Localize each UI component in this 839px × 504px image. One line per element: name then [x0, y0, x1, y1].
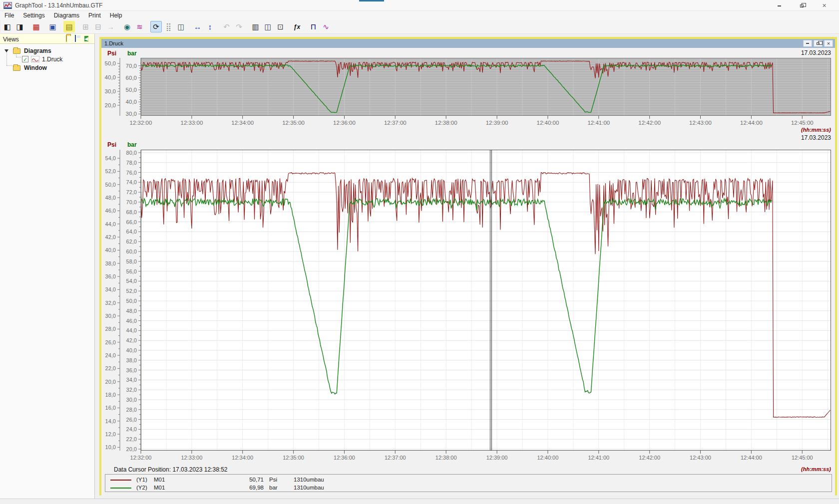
svg-text:40,0: 40,0	[105, 247, 116, 253]
app-close-button[interactable]: ×	[813, 0, 836, 11]
stretch-y-icon[interactable]: ↕	[204, 21, 216, 32]
svg-text:70,0: 70,0	[126, 63, 137, 69]
svg-text:36,0: 36,0	[105, 273, 116, 279]
svg-text:12:42:00: 12:42:00	[638, 120, 661, 126]
doc-restore-button[interactable]	[814, 40, 823, 47]
legend-channel: M01	[154, 485, 165, 491]
svg-text:32,0: 32,0	[105, 300, 116, 306]
svg-text:12:41:00: 12:41:00	[587, 120, 610, 126]
app-titlebar: GraphTool - 13.14nhUmbau.GTF ×	[0, 0, 839, 11]
tree-connector	[16, 57, 21, 57]
svg-text:38,0: 38,0	[126, 357, 137, 363]
stretch-x-icon[interactable]: ↔	[192, 21, 203, 32]
overview-chart[interactable]: 20,030,040,050,030,040,050,060,070,012:3…	[101, 58, 835, 130]
svg-text:44,0: 44,0	[126, 327, 137, 333]
copy-icon[interactable]: ▣	[47, 21, 58, 32]
svg-text:26,0: 26,0	[105, 339, 116, 345]
legend-row-y1: (Y1)M0150,71Psi1310umbau	[105, 476, 832, 484]
doc-close-button[interactable]: ×	[824, 40, 833, 47]
open-diagram-icon[interactable]: ◨	[14, 21, 25, 32]
svg-text:30,0: 30,0	[105, 313, 116, 319]
formula-icon[interactable]: ƒx	[291, 21, 303, 32]
overview-x-unit-label: (hh:mm:ss)	[801, 127, 831, 133]
legend-line-swatch	[110, 480, 131, 481]
close-icon: ×	[827, 40, 830, 46]
legend-unit: Psi	[269, 477, 277, 483]
tree-item-label: Window	[24, 64, 47, 71]
legend-row-y2: (Y2)M0169,98bar1310umbau	[105, 484, 832, 492]
app-minimize-button[interactable]	[768, 0, 791, 11]
svg-text:44,0: 44,0	[105, 221, 116, 227]
svg-text:78,0: 78,0	[126, 160, 137, 166]
svg-text:22,0: 22,0	[126, 436, 137, 442]
svg-text:46,0: 46,0	[126, 318, 137, 324]
app-restore-button[interactable]	[791, 0, 813, 11]
save-view-icon[interactable]	[75, 35, 82, 42]
svg-text:26,0: 26,0	[126, 417, 137, 423]
expander-icon[interactable]	[4, 49, 8, 52]
x-axis-ticks	[141, 451, 802, 454]
legend-key: (Y2)	[136, 485, 147, 491]
menu-item-file[interactable]: File	[0, 11, 18, 20]
new-diagram-icon[interactable]: ◧	[1, 21, 13, 32]
svg-text:12:39:00: 12:39:00	[486, 120, 508, 126]
menu-item-settings[interactable]: Settings	[18, 11, 49, 20]
svg-text:16,0: 16,0	[105, 405, 116, 411]
menu-bar: FileSettingsDiagramsPrintHelp	[0, 11, 839, 20]
svg-text:12:34:00: 12:34:00	[232, 455, 253, 461]
curve-icon[interactable]: ∿	[320, 21, 332, 32]
tree-item-label: 1.Druck	[42, 56, 62, 63]
menu-item-diagrams[interactable]: Diagrams	[49, 11, 84, 20]
svg-text:12:45:00: 12:45:00	[791, 120, 814, 126]
detail-chart-svg[interactable]: 10,012,014,016,018,020,022,024,026,028,0…	[101, 150, 835, 465]
print-icon[interactable]: ▥	[250, 21, 261, 32]
svg-text:28,0: 28,0	[126, 407, 137, 413]
svg-text:30,0: 30,0	[105, 88, 116, 94]
copy-page-icon[interactable]: ⊡	[275, 21, 286, 32]
legend-line-swatch	[110, 488, 131, 489]
pi-icon[interactable]: Π	[308, 21, 319, 32]
diagram-window-titlebar[interactable]: 1.Druck ×	[101, 39, 835, 48]
grid-icon[interactable]: ⣿	[163, 21, 174, 32]
svg-text:70,0: 70,0	[126, 199, 137, 205]
back-icon[interactable]: ◀	[84, 35, 92, 42]
svg-text:36,0: 36,0	[126, 367, 137, 373]
tree-connector	[6, 51, 7, 65]
menu-item-print[interactable]: Print	[84, 11, 105, 20]
folder-icon	[13, 65, 20, 71]
tree-connector	[6, 65, 12, 66]
svg-text:12:37:00: 12:37:00	[385, 455, 406, 461]
overview-chart-svg[interactable]: 20,030,040,050,030,040,050,060,070,012:3…	[101, 58, 835, 129]
svg-text:12:44:00: 12:44:00	[740, 120, 763, 126]
tile-windows-icon: ⊞	[80, 21, 91, 32]
detail-chart[interactable]: 10,012,014,016,018,020,022,024,026,028,0…	[101, 150, 835, 466]
svg-text:58,0: 58,0	[126, 258, 137, 264]
svg-text:50,0: 50,0	[105, 60, 116, 66]
svg-text:12:45:00: 12:45:00	[792, 455, 813, 461]
cut-curve-icon[interactable]: ≋	[134, 21, 145, 32]
open-view-icon[interactable]	[66, 35, 73, 42]
print-preview-icon[interactable]: ◫	[262, 21, 274, 32]
overview-date-label: 17.03.2023	[801, 49, 831, 56]
svg-text:52,0: 52,0	[105, 168, 116, 174]
x-axis-ticks	[141, 116, 802, 119]
menu-item-help[interactable]: Help	[105, 11, 127, 20]
data-table-icon[interactable]: ▦	[30, 21, 42, 32]
svg-text:34,0: 34,0	[126, 377, 137, 383]
svg-text:54,0: 54,0	[105, 155, 116, 161]
export-image-icon[interactable]: ◫	[175, 21, 187, 32]
rotate-view-icon[interactable]: ⟳	[150, 21, 162, 32]
zoom-data-icon[interactable]: ◉	[121, 21, 133, 32]
legend-key: (Y1)	[136, 477, 147, 483]
svg-text:20,0: 20,0	[105, 379, 116, 385]
doc-minimize-button[interactable]	[803, 40, 812, 47]
note-icon[interactable]: ▤	[63, 21, 75, 32]
svg-text:50,0: 50,0	[126, 87, 137, 93]
app-title: GraphTool - 13.14nhUmbau.GTF	[15, 2, 102, 9]
legend-source: 1310umbau	[294, 477, 324, 483]
views-panel-header: Views ◀	[0, 34, 94, 44]
forward-icon: →	[105, 21, 116, 32]
checkbox-checked[interactable]: ✓	[22, 56, 28, 62]
axis-rail	[138, 150, 141, 451]
views-panel: Views ◀ Diagrams ✓ 1.Druck Window	[0, 34, 95, 499]
